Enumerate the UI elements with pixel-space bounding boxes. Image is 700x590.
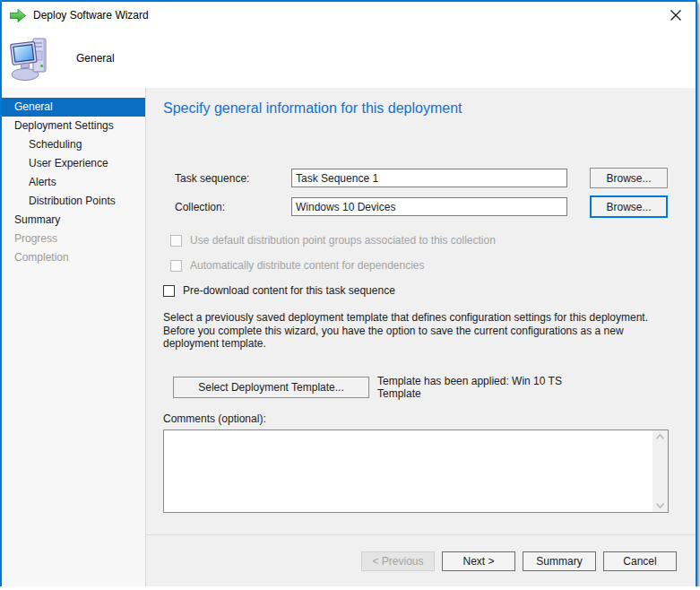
use-default-dp-groups-checkbox (170, 235, 182, 247)
sidebar-item-completion: Completion (2, 248, 145, 267)
checkbox-area: Use default distribution point groups as… (163, 234, 678, 297)
template-description: Select a previously saved deployment tem… (163, 311, 661, 351)
title-bar: Deploy Software Wizard (2, 2, 696, 29)
comments-scrollbar[interactable] (652, 430, 668, 512)
close-x-icon (670, 9, 682, 22)
pre-download-content-row: Pre-download content for this task seque… (163, 284, 678, 297)
deploy-software-wizard-window: Deploy Software Wizard (0, 0, 697, 586)
previous-button: < Previous (361, 551, 435, 571)
sidebar-item-summary[interactable]: Summary (2, 211, 145, 230)
sidebar-item-general[interactable]: General (2, 98, 145, 117)
template-applied-status: Template has been applied: Win 10 TS Tem… (377, 375, 591, 400)
auto-distribute-content-checkbox (170, 260, 182, 272)
scroll-down-icon[interactable] (656, 503, 664, 508)
use-default-dp-groups-row: Use default distribution point groups as… (163, 234, 678, 247)
template-row: Select Deployment Template... Template h… (163, 377, 678, 400)
comments-field-wrapper (163, 429, 669, 513)
task-sequence-input[interactable] (291, 169, 567, 187)
sidebar-item-user-experience[interactable]: User Experience (2, 154, 145, 173)
select-deployment-template-button[interactable]: Select Deployment Template... (173, 377, 369, 398)
use-default-dp-groups-label: Use default distribution point groups as… (190, 234, 496, 247)
wizard-footer: < Previous Next > Summary Cancel (146, 534, 696, 586)
collection-label: Collection: (175, 201, 291, 213)
pre-download-content-checkbox[interactable] (163, 285, 175, 297)
cancel-button[interactable]: Cancel (603, 551, 677, 571)
scroll-up-icon[interactable] (656, 434, 664, 439)
next-button[interactable]: Next > (442, 551, 515, 571)
wizard-arrow-icon (10, 9, 26, 22)
content-column: Specify general information for this dep… (146, 88, 696, 586)
window-title: Deploy Software Wizard (33, 9, 149, 22)
pre-download-content-label: Pre-download content for this task seque… (183, 284, 395, 297)
collection-row: Collection: Browse... (163, 195, 678, 218)
general-page: Specify general information for this dep… (146, 88, 696, 534)
computer-icon (9, 35, 52, 82)
wizard-header: General (2, 29, 696, 88)
sidebar-item-distribution-points[interactable]: Distribution Points (2, 192, 145, 211)
auto-distribute-content-row: Automatically distribute content for dep… (163, 259, 678, 272)
wizard-nav-sidebar: General Deployment Settings Scheduling U… (2, 88, 146, 586)
current-page-title: General (76, 52, 115, 65)
collection-input[interactable] (291, 197, 567, 216)
sidebar-item-deployment-settings[interactable]: Deployment Settings (2, 117, 145, 135)
sidebar-item-progress: Progress (2, 230, 145, 248)
summary-button[interactable]: Summary (523, 551, 596, 571)
sidebar-item-alerts[interactable]: Alerts (2, 173, 145, 192)
wizard-body: General Deployment Settings Scheduling U… (2, 88, 696, 586)
form-area: Task sequence: Browse... Collection: Bro… (163, 168, 678, 218)
task-sequence-browse-button[interactable]: Browse... (590, 168, 668, 188)
comments-input[interactable] (167, 432, 650, 510)
page-heading: Specify general information for this dep… (163, 100, 678, 117)
sidebar-item-scheduling[interactable]: Scheduling (2, 135, 145, 154)
auto-distribute-content-label: Automatically distribute content for dep… (190, 259, 425, 272)
comments-label: Comments (optional): (163, 412, 678, 425)
collection-browse-button[interactable]: Browse... (590, 195, 668, 218)
task-sequence-row: Task sequence: Browse... (163, 168, 678, 188)
close-button[interactable] (668, 7, 684, 23)
task-sequence-label: Task sequence: (175, 172, 291, 185)
